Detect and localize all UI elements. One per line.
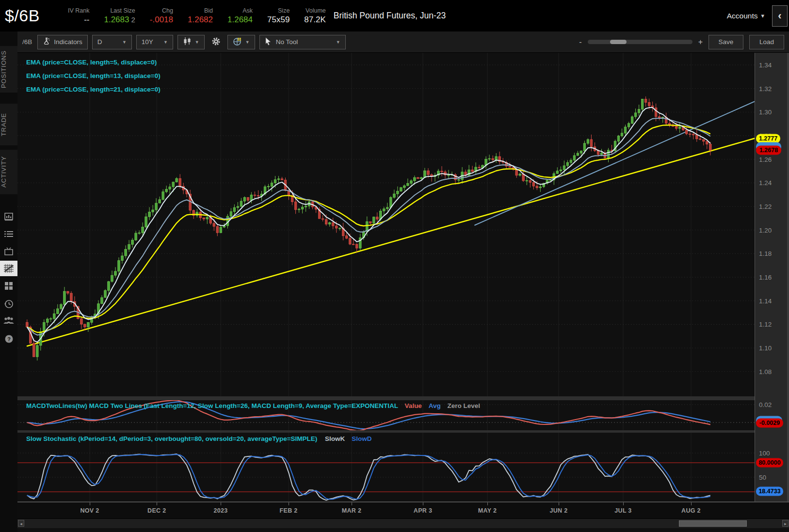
sidebar-tab-trade[interactable]: TRADE [0,104,18,145]
slowk-legend: SlowK [325,435,345,442]
price-axis-tick: 1.26 [759,156,772,163]
field-last-size: Last Size 1.26832 [104,6,135,25]
study-labels-ema: EMA (price=CLOSE, length=5, displace=0) … [26,56,161,96]
macd-avg-legend: Avg [429,402,441,409]
ema5-label[interactable]: EMA (price=CLOSE, length=5, displace=0) [26,56,161,69]
stoch-overbought-bubble: 80.0000 [756,458,783,468]
chart-toolbar: /6B Indicators D ▼ 10Y ▼ ▼ ▼ [17,31,789,53]
history-icon[interactable] [0,296,17,312]
svg-text:?: ? [7,336,11,342]
macd-study-label[interactable]: MACDTwoLines(tw) MACD Two Lines (Fast Le… [26,402,480,409]
time-axis-label: MAR 2 [342,507,361,514]
help-icon[interactable]: ? [0,331,17,346]
chart-grid-icon[interactable] [0,261,17,276]
price-axis-tick: 1.24 [759,179,772,187]
field-volume: Volume 87.2K [304,6,325,25]
accounts-dropdown[interactable]: Accounts ▾ [727,12,764,20]
right-edge-strip [787,53,789,501]
price-axis-tick: 1.18 [759,250,772,257]
chart-type-dropdown[interactable]: ▼ [177,35,205,49]
chevron-down-icon: ▼ [245,40,250,45]
left-sidebar: POSITIONS TRADE ACTIVITY ? [0,31,17,532]
timeframe-dropdown[interactable]: D ▼ [92,35,132,49]
load-button[interactable]: Load [749,35,784,49]
stochastic-panel-canvas[interactable] [17,433,755,501]
chevron-down-icon: ▼ [163,40,168,45]
save-button[interactable]: Save [708,35,743,49]
chart-panel: /6B Indicators D ▼ 10Y ▼ ▼ ▼ [17,31,789,532]
zoom-out-button[interactable]: - [579,38,581,47]
macd-value-bubble: -0.0029 [756,419,783,428]
ema13-label[interactable]: EMA (price=CLOSE, length=13, displace=0) [26,69,161,83]
candlestick-icon [183,37,192,47]
time-axis-label: APR 3 [414,507,432,514]
time-axis-tick [352,502,352,505]
price-axis-tick: 1.08 [759,368,772,375]
sidebar-tab-activity[interactable]: ACTIVITY [0,150,18,194]
price-chart-canvas[interactable] [17,53,755,396]
stoch-axis-tick: 100 [759,450,770,457]
list-icon[interactable] [0,226,17,242]
zoom-slider[interactable] [588,40,692,44]
zoom-slider-thumb[interactable] [610,40,627,44]
price-axis-tick: 1.10 [759,344,772,352]
time-axis-label: DEC 2 [147,507,166,514]
time-axis-label: JUL 3 [614,507,631,514]
chevron-left-icon: ‹ [778,10,781,22]
stoch-axis-tick: 50 [759,474,766,481]
time-axis[interactable]: NOV 2DEC 22023FEB 2MAR 2APR 3MAY 2JUN 2J… [17,501,789,519]
collapse-panel-button[interactable]: ‹ [772,5,788,27]
price-axis-tick: 1.30 [759,109,772,116]
quote-header: $/6B IV Rank -- Last Size 1.26832 Chg -.… [0,0,789,31]
scroll-right-arrow[interactable]: ▸ [782,520,789,527]
ema21-label[interactable]: EMA (price=CLOSE, length=21, displace=0) [26,83,161,96]
tv-icon[interactable] [0,243,17,259]
field-ask: Ask 1.2684 [227,6,253,25]
scroll-left-arrow[interactable]: ◂ [18,520,24,527]
field-size: Size 75x59 [267,6,290,25]
price-axis-tick: 1.12 [759,321,772,328]
time-axis-tick [623,502,624,505]
price-axis-tick: 1.32 [759,85,772,92]
ledger-icon[interactable] [0,209,17,224]
horizontal-scrollbar[interactable]: ◂ ▸ [17,518,789,528]
time-axis-tick [559,502,559,505]
app-window: $/6B IV Rank -- Last Size 1.26832 Chg -.… [0,0,789,532]
cursor-icon [265,37,272,47]
macd-axis-tick: 0.02 [759,401,772,408]
price-axis-tick: 1.20 [759,226,772,234]
macd-zero-legend: Zero Level [447,402,480,409]
scrollbar-thumb[interactable] [679,520,747,527]
time-axis-tick [423,502,423,505]
view-mode-dropdown[interactable]: ▼ [227,35,255,49]
grid-icon[interactable] [0,278,17,294]
symbol-ticker: $/6B [0,6,53,25]
zoom-in-button[interactable]: + [698,38,703,47]
last-size-qty: 2 [131,16,135,24]
time-axis-label: FEB 2 [280,507,298,514]
range-dropdown[interactable]: 10Y ▼ [136,35,173,49]
settings-button[interactable] [209,35,223,49]
people-icon[interactable] [0,313,17,328]
time-axis-label: JUN 2 [550,507,568,514]
field-chg: Chg -.0018 [150,6,173,25]
price-bubble: 1.2678 [756,145,781,155]
chevron-down-icon: ▼ [195,40,199,45]
time-axis-tick [691,502,692,505]
price-axis-tick: 1.14 [759,297,772,304]
slowd-legend: SlowD [352,435,371,442]
time-axis-tick [221,502,221,505]
gear-icon [211,37,221,47]
drawing-tool-dropdown[interactable]: No Tool ▼ [259,35,346,49]
macd-value-legend: Value [405,402,422,409]
sidebar-tab-positions[interactable]: POSITIONS [0,46,18,93]
price-axis-tick: 1.34 [759,62,772,69]
time-axis-label: NOV 2 [80,507,99,514]
panel-divider[interactable] [17,396,789,400]
globe-grid-icon [233,37,242,47]
chevron-down-icon: ▼ [122,40,127,45]
flask-icon [43,37,50,47]
indicators-button[interactable]: Indicators [37,35,88,49]
stochastic-study-label[interactable]: Slow Stochastic (kPeriod=14, dPeriod=3, … [26,435,371,442]
price-axis[interactable]: 1.341.321.301.281.261.241.221.201.181.16… [755,53,789,501]
